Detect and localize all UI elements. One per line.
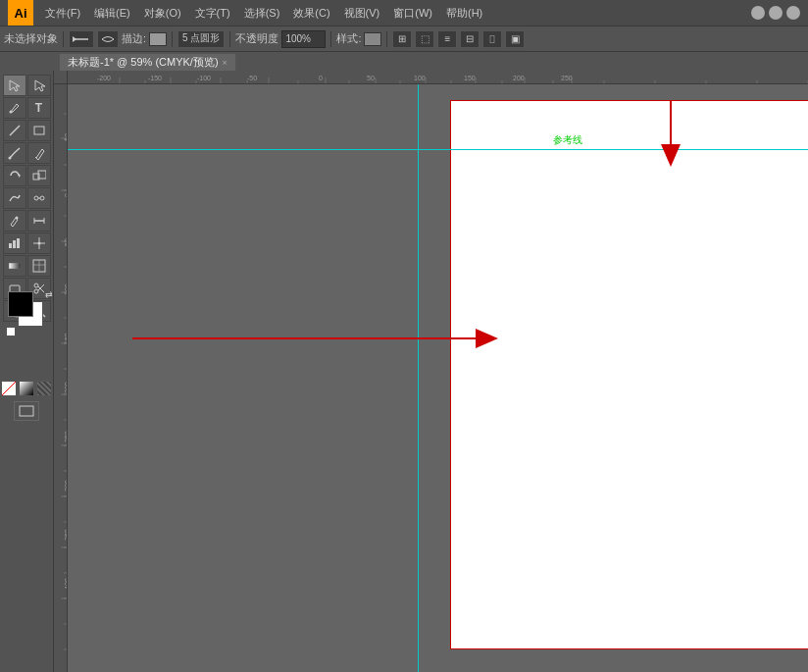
menu-effect[interactable]: 效果(C): [287, 4, 335, 23]
svg-point-22: [37, 242, 40, 245]
rect-tool[interactable]: [27, 120, 51, 141]
svg-line-3: [10, 126, 20, 135]
document-tab[interactable]: 未标题-1* @ 59% (CMYK/预览) ×: [59, 53, 236, 71]
svg-rect-4: [34, 127, 44, 134]
svg-text:300: 300: [64, 480, 69, 491]
swap-colors-icon[interactable]: ⇄: [45, 289, 53, 299]
tab-close-button[interactable]: ×: [223, 58, 227, 68]
tool-row-5: [3, 165, 51, 186]
menu-edit[interactable]: 编辑(E): [88, 4, 136, 23]
svg-marker-7: [19, 174, 21, 178]
opacity-label: 不透明度: [235, 31, 278, 46]
artboard: [450, 100, 808, 649]
ruler-top: -200 -150 -100 -50 0 50 100 150 200 250: [68, 71, 808, 84]
variable-width-icon[interactable]: [97, 30, 119, 48]
style-label: 样式:: [336, 31, 361, 46]
rotate-tool[interactable]: [3, 165, 26, 186]
menu-select[interactable]: 选择(S): [238, 4, 286, 23]
screen-mode-btn[interactable]: [14, 401, 39, 421]
tool-row-8: [3, 233, 51, 254]
mesh-tool[interactable]: [27, 233, 51, 254]
select-tool[interactable]: [3, 75, 26, 96]
warp-tool[interactable]: [3, 187, 26, 209]
svg-point-28: [34, 284, 38, 287]
pen-tool[interactable]: [3, 97, 26, 119]
sep4: [330, 31, 331, 47]
guide-horizontal[interactable]: [68, 149, 808, 150]
title-bar: Ai 文件(F) 编辑(E) 对象(O) 文字(T) 选择(S) 效果(C) 视…: [0, 0, 808, 26]
svg-rect-23: [9, 263, 21, 269]
svg-text:-200: -200: [97, 75, 111, 81]
slice-tool[interactable]: [27, 255, 51, 277]
style-color[interactable]: [364, 32, 381, 46]
sep1: [63, 31, 64, 47]
graph-tool[interactable]: [3, 233, 26, 254]
sep2: [172, 31, 173, 47]
svg-text:250: 250: [64, 431, 69, 442]
svg-text:100: 100: [414, 75, 426, 81]
toolbox: T: [0, 71, 54, 672]
pattern-fill-swatch[interactable]: [36, 381, 52, 396]
brush-size-btn[interactable]: 5 点圆形: [177, 30, 225, 48]
eyedropper-tool[interactable]: [3, 210, 26, 232]
menu-bar: 文件(F) 编辑(E) 对象(O) 文字(T) 选择(S) 效果(C) 视图(V…: [39, 4, 745, 23]
opacity-input[interactable]: [281, 30, 326, 48]
scale-tool[interactable]: [27, 165, 51, 186]
svg-marker-117: [476, 329, 498, 348]
svg-rect-36: [20, 406, 33, 416]
gradient-tool[interactable]: [3, 255, 26, 277]
tool-row-3: [3, 120, 51, 141]
stroke-color[interactable]: [149, 32, 167, 46]
pencil-tool[interactable]: [27, 142, 51, 164]
line-tool[interactable]: [3, 120, 26, 141]
gradient-fill-swatch[interactable]: [19, 381, 34, 396]
transform-icon[interactable]: ⌷: [482, 30, 502, 48]
sep3: [229, 31, 230, 47]
svg-text:100: 100: [64, 284, 69, 295]
document-canvas[interactable]: 参考线: [68, 84, 808, 672]
direct-select-tool[interactable]: [27, 75, 51, 96]
svg-rect-19: [17, 238, 20, 248]
svg-text:50: 50: [367, 75, 375, 81]
main-area: T: [0, 71, 808, 672]
color-swatches: ⇄: [6, 289, 55, 338]
svg-point-13: [15, 217, 18, 220]
ruler-corner: [54, 71, 68, 84]
options-toolbar: 未选择对象 描边: 5 点圆形 不透明度 样式: ⊞ ⬚ ≡ ⊟ ⌷ ▣: [0, 26, 808, 51]
grid-view-icon[interactable]: ⊞: [392, 30, 412, 48]
menu-view[interactable]: 视图(V): [338, 4, 386, 23]
align-icon[interactable]: ≡: [437, 30, 457, 48]
menu-text[interactable]: 文字(T): [189, 4, 236, 23]
pathfinder-icon[interactable]: ▣: [505, 30, 525, 48]
solid-fill-swatch[interactable]: [1, 381, 17, 396]
ruler-left: -50 0 50 100 150 200 250 300 350 400: [54, 84, 68, 672]
foreground-color-swatch[interactable]: [8, 291, 33, 317]
svg-text:200: 200: [64, 382, 69, 393]
close-button[interactable]: [786, 6, 800, 20]
reset-colors-icon[interactable]: [6, 327, 16, 336]
stroke-icon[interactable]: [69, 30, 94, 48]
sep5: [386, 31, 387, 47]
svg-rect-18: [13, 240, 16, 248]
blend-tool[interactable]: [27, 187, 51, 209]
tab-label: 未标题-1* @ 59% (CMYK/预览): [68, 55, 219, 70]
fill-type-swatches: [1, 381, 52, 396]
menu-window[interactable]: 窗口(W): [387, 4, 438, 23]
menu-help[interactable]: 帮助(H): [440, 4, 488, 23]
measure-tool[interactable]: [27, 210, 51, 232]
red-arrow-right: [132, 324, 505, 353]
distribute-icon[interactable]: ⊟: [460, 30, 480, 48]
arrange-icon[interactable]: ⬚: [415, 30, 434, 48]
menu-file[interactable]: 文件(F): [39, 4, 86, 23]
brush-tool[interactable]: [3, 142, 26, 164]
svg-point-5: [8, 157, 11, 160]
type-tool[interactable]: T: [27, 97, 51, 119]
minimize-button[interactable]: [751, 6, 765, 20]
guide-vertical[interactable]: [418, 84, 419, 672]
menu-object[interactable]: 对象(O): [138, 4, 187, 23]
maximize-button[interactable]: [769, 6, 783, 20]
svg-text:-150: -150: [148, 75, 162, 81]
svg-text:0: 0: [319, 75, 323, 81]
tool-row-1: [3, 75, 51, 96]
svg-marker-115: [661, 144, 681, 167]
